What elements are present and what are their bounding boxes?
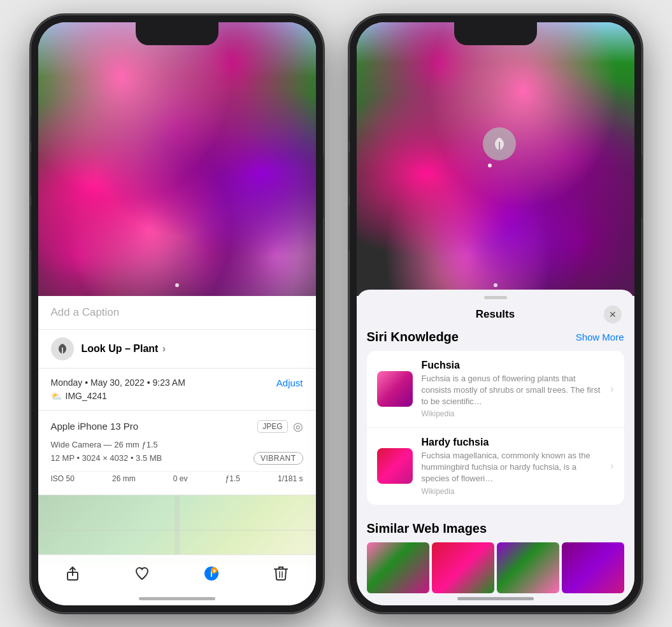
specs-row: 12 MP • 3024 × 4032 • 3.5 MB VIBRANT — [51, 452, 303, 465]
siri-item-fuchsia[interactable]: Fuchsia Fuchsia is a genus of flowering … — [367, 351, 624, 428]
lens-row: Wide Camera — 26 mm ƒ1.5 — [51, 440, 303, 449]
home-indicator-2 — [457, 597, 534, 600]
format-badge: JPEG — [257, 420, 287, 433]
cloud-icon: ⛅ — [51, 391, 62, 401]
location-icon: ◎ — [293, 419, 303, 433]
similar-image-4[interactable] — [562, 542, 624, 593]
similar-image-3[interactable] — [497, 542, 559, 593]
heart-icon — [134, 566, 150, 581]
hardy-fuchsia-thumb-img — [377, 448, 413, 484]
exif-ev: 0 ev — [173, 474, 188, 483]
info-button[interactable]: i ✦ — [197, 560, 225, 588]
svg-text:✦: ✦ — [212, 568, 217, 574]
visual-look-button[interactable] — [483, 127, 516, 160]
phone-1: Add a Caption Look Up – Plant › Monday •… — [31, 15, 324, 613]
heart-button[interactable] — [128, 560, 156, 588]
siri-item-hardy-fuchsia[interactable]: Hardy fuchsia Fuchsia magellanica, commo… — [367, 428, 624, 505]
device-badges: JPEG ◎ — [257, 419, 303, 433]
specs-text: 12 MP • 3024 × 4032 • 3.5 MB — [51, 453, 162, 463]
phone2-photo — [357, 22, 634, 296]
home-indicator-1 — [139, 597, 215, 600]
similar-web-images-section: Similar Web Images — [357, 512, 634, 598]
hardy-fuchsia-chevron: › — [610, 460, 613, 472]
meta-section: Monday • May 30, 2022 • 9:23 AM Adjust ⛅… — [38, 369, 316, 411]
fuchsia-desc: Fuchsia is a genus of flowering plants t… — [422, 373, 602, 408]
trash-button[interactable] — [267, 560, 295, 588]
photo-area[interactable] — [38, 22, 316, 296]
share-icon — [65, 566, 80, 581]
meta-filename: ⛅ IMG_4241 — [51, 391, 303, 401]
leaf-icon-2 — [491, 136, 508, 152]
fuchsia-thumb-img — [377, 371, 413, 407]
notch-2 — [454, 22, 537, 45]
exif-iso: ISO 50 — [51, 474, 75, 483]
hardy-fuchsia-source: Wikipedia — [422, 487, 602, 496]
vibrant-badge: VIBRANT — [254, 452, 303, 465]
exif-row: ISO 50 26 mm 0 ev ƒ1.5 1/181 s — [51, 471, 303, 486]
fuchsia-title: Fuchsia — [422, 360, 602, 371]
hardy-fuchsia-desc: Fuchsia magellanica, commonly known as t… — [422, 450, 602, 485]
device-section: Apple iPhone 13 Pro JPEG ◎ Wide Camera —… — [38, 411, 316, 495]
exif-shutter: 1/181 s — [278, 474, 303, 483]
lookup-label: Look Up – Plant › — [82, 343, 166, 355]
siri-knowledge-section: Siri Knowledge Show More Fuchsia Fuchsia… — [357, 330, 634, 512]
lookup-row[interactable]: Look Up – Plant › — [38, 330, 316, 369]
visual-look-dot — [488, 164, 492, 167]
hardy-fuchsia-thumbnail — [377, 448, 413, 484]
phone-1-screen: Add a Caption Look Up – Plant › Monday •… — [38, 22, 316, 605]
phone-2-screen: Results ✕ Siri Knowledge Show More — [357, 22, 634, 605]
siri-card: Fuchsia Fuchsia is a genus of flowering … — [367, 351, 624, 505]
exif-focal: 26 mm — [112, 474, 136, 483]
lookup-chevron: › — [162, 343, 166, 354]
fuchsia-chevron: › — [610, 383, 613, 395]
siri-icon — [51, 337, 74, 360]
similar-image-1[interactable] — [367, 542, 429, 593]
share-button[interactable] — [59, 560, 87, 588]
siri-knowledge-title: Siri Knowledge — [367, 330, 459, 344]
results-header: Results ✕ — [357, 299, 634, 330]
similar-images-grid — [367, 542, 624, 593]
hardy-fuchsia-content: Hardy fuchsia Fuchsia magellanica, commo… — [422, 437, 602, 496]
flower-photo — [38, 22, 316, 296]
meta-date: Monday • May 30, 2022 • 9:23 AM — [51, 377, 185, 388]
device-row: Apple iPhone 13 Pro JPEG ◎ — [51, 419, 303, 433]
fuchsia-source: Wikipedia — [422, 409, 602, 418]
photo2-page-dot — [494, 283, 497, 287]
leaf-icon — [56, 342, 69, 355]
results-panel: Results ✕ Siri Knowledge Show More — [357, 290, 634, 605]
device-name: Apple iPhone 13 Pro — [51, 421, 139, 432]
trash-icon — [274, 566, 288, 581]
similar-image-2[interactable] — [432, 542, 494, 593]
info-icon: i ✦ — [204, 566, 219, 581]
fuchsia-thumbnail — [377, 371, 413, 407]
close-button[interactable]: ✕ — [604, 306, 622, 323]
adjust-button[interactable]: Adjust — [276, 377, 303, 388]
hardy-fuchsia-title: Hardy fuchsia — [422, 437, 602, 448]
results-title: Results — [387, 308, 604, 321]
fuchsia-content: Fuchsia Fuchsia is a genus of flowering … — [422, 360, 602, 419]
notch-1 — [136, 22, 218, 45]
meta-date-row: Monday • May 30, 2022 • 9:23 AM Adjust — [51, 377, 303, 388]
photo-page-dot — [175, 283, 179, 287]
phones-container: Add a Caption Look Up – Plant › Monday •… — [31, 15, 642, 613]
siri-section-header: Siri Knowledge Show More — [367, 330, 624, 344]
similar-web-images-title: Similar Web Images — [367, 521, 624, 536]
caption-area[interactable]: Add a Caption — [38, 296, 316, 330]
phone-2: Results ✕ Siri Knowledge Show More — [349, 15, 642, 613]
caption-placeholder[interactable]: Add a Caption — [51, 306, 120, 318]
show-more-button[interactable]: Show More — [576, 332, 624, 342]
exif-aperture: ƒ1.5 — [225, 474, 240, 483]
